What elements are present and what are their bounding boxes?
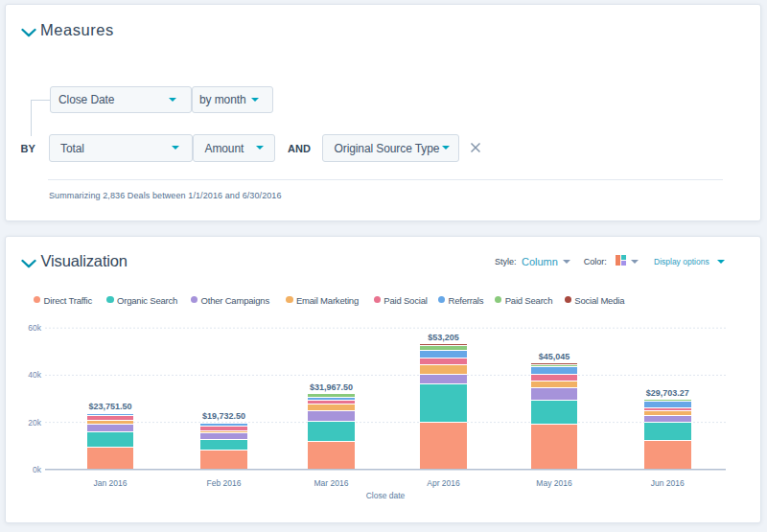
svg-text:Mar 2016: Mar 2016 [314,478,349,488]
svg-text:$23,751.50: $23,751.50 [88,402,131,411]
svg-text:$29,703.27: $29,703.27 [646,388,689,398]
svg-text:60k: 60k [28,323,41,333]
svg-text:Feb 2016: Feb 2016 [207,478,242,488]
svg-text:May 2016: May 2016 [536,478,572,488]
svg-text:$31,967.50: $31,967.50 [310,382,353,392]
svg-text:Jun 2016: Jun 2016 [651,478,685,488]
svg-text:$53,205: $53,205 [428,333,459,342]
svg-text:$45,045: $45,045 [539,352,570,361]
svg-text:0k: 0k [33,465,42,474]
svg-text:20k: 20k [28,418,41,428]
svg-text:Close date: Close date [366,491,406,500]
svg-text:40k: 40k [28,370,41,380]
svg-text:$19,732.50: $19,732.50 [202,411,245,421]
svg-text:Jan 2016: Jan 2016 [94,478,128,488]
svg-text:Apr 2016: Apr 2016 [427,478,460,488]
